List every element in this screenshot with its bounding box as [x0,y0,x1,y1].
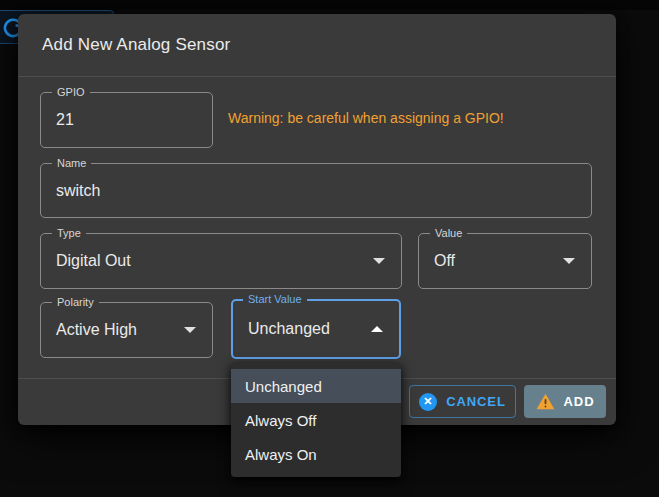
chevron-down-icon [373,258,385,264]
type-select-value: Digital Out [41,252,401,270]
cancel-button-label: CANCEL [446,394,506,409]
value-select-label: Value [430,227,467,240]
add-button-label: ADD [564,394,595,409]
dialog-header: Add New Analog Sensor [18,14,616,77]
start-value-select-label: Start Value [243,293,307,306]
start-value-menu: Unchanged Always Off Always On [231,363,401,477]
cancel-button[interactable]: ✕ CANCEL [409,385,516,418]
polarity-select[interactable]: Polarity Active High [40,302,213,358]
type-select[interactable]: Type Digital Out [40,233,402,289]
chevron-down-icon [563,258,575,264]
dialog-title: Add New Analog Sensor [42,35,231,55]
close-circle-icon: ✕ [419,393,437,411]
gpio-field[interactable]: GPIO [40,92,213,148]
chevron-up-icon [371,326,383,332]
menu-item-always-on[interactable]: Always On [231,437,401,471]
gpio-input[interactable] [41,111,212,129]
add-button[interactable]: ADD [524,385,606,418]
start-value-select[interactable]: Start Value Unchanged [231,299,401,359]
chevron-down-icon [184,327,196,333]
warning-triangle-icon [536,393,555,410]
gpio-warning-text: Warning: be careful when assigning a GPI… [228,110,504,126]
gpio-field-label: GPIO [52,86,90,99]
name-input[interactable] [41,182,591,200]
type-select-label: Type [52,227,86,240]
name-field-label: Name [52,157,91,170]
name-field[interactable]: Name [40,163,592,218]
menu-item-always-off[interactable]: Always Off [231,403,401,437]
polarity-select-label: Polarity [52,296,99,309]
menu-item-unchanged[interactable]: Unchanged [231,369,401,403]
value-select[interactable]: Value Off [418,233,592,289]
background-topbar [0,0,659,10]
